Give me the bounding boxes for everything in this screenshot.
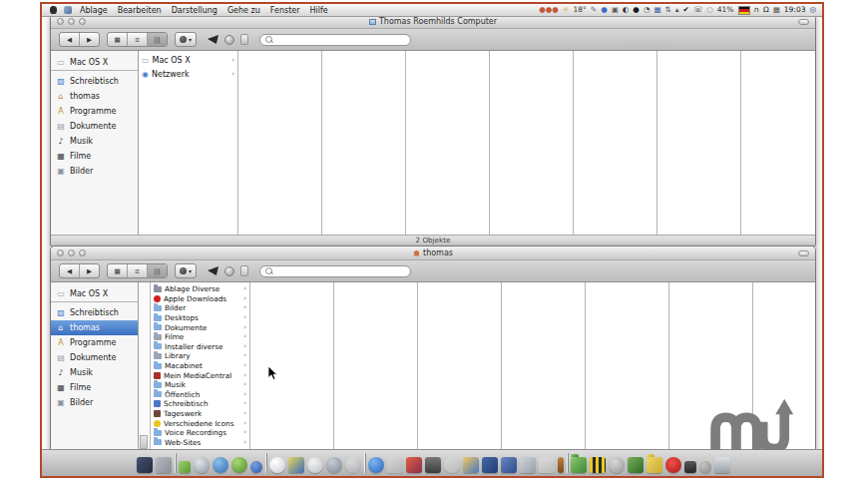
search-field[interactable] — [259, 265, 411, 277]
idisk-toolbar-icon[interactable] — [224, 266, 234, 276]
empty-column[interactable] — [322, 51, 406, 235]
column-list-item[interactable]: ▭ Mac OS X — [139, 53, 237, 67]
column-list-item[interactable]: Dokumente — [151, 322, 249, 332]
empty-column[interactable] — [334, 282, 418, 451]
app-icon[interactable] — [194, 457, 210, 473]
close-button[interactable] — [57, 249, 64, 256]
minimize-button[interactable] — [68, 249, 75, 256]
app-icon[interactable] — [628, 457, 644, 473]
action-button[interactable]: ▾ — [175, 32, 197, 47]
weather-icon[interactable]: ☼ — [563, 4, 570, 16]
pencil-icon[interactable]: ✎ — [591, 4, 597, 16]
column-list-item[interactable]: Desktops — [151, 313, 249, 323]
app-icon[interactable] — [558, 457, 564, 473]
sidebar-scrollbar[interactable] — [139, 282, 151, 451]
menubar-menu[interactable]: Fenster — [270, 6, 300, 15]
column-list-item[interactable]: Installer diverse — [151, 342, 249, 352]
column-list-item[interactable]: ◉ Netzwerk — [139, 67, 237, 81]
app-icon[interactable] — [425, 457, 441, 473]
german-flag-icon[interactable] — [738, 6, 750, 15]
app-icon[interactable] — [501, 457, 517, 473]
battery-percent[interactable]: 41% — [717, 4, 734, 16]
zoom-button[interactable] — [79, 18, 86, 25]
icon-view-button[interactable]: ▦ — [108, 264, 128, 277]
menubar-menu[interactable]: Ablage — [80, 6, 108, 15]
dock-divider[interactable] — [175, 453, 176, 473]
idisk-toolbar-icon[interactable] — [224, 35, 234, 45]
empty-column[interactable] — [490, 51, 574, 235]
column-list-item[interactable]: Tageswerk — [151, 409, 249, 419]
blue-dot-icon[interactable]: ● — [601, 4, 608, 16]
column-list-item[interactable]: Library — [151, 351, 249, 361]
empty-column[interactable] — [657, 51, 741, 235]
app-icon[interactable] — [482, 457, 498, 473]
toolbar-toggle-button[interactable] — [798, 250, 809, 256]
dock-divider[interactable] — [265, 453, 266, 473]
app-icon[interactable] — [250, 461, 262, 473]
sidebar-item[interactable]: ▭ Mac OS X — [51, 54, 138, 71]
sidebar-item[interactable]: ⌂ thomas — [51, 89, 138, 104]
app-icon[interactable] — [406, 457, 422, 473]
sidebar-item[interactable]: ▣ Bilder — [51, 395, 138, 410]
sidebar-item[interactable]: ▣ Bilder — [51, 164, 138, 179]
column-list-item[interactable]: Schreibtisch — [151, 399, 249, 409]
app-icon[interactable] — [590, 457, 606, 473]
finder-icon[interactable] — [137, 457, 153, 473]
black-dot-icon[interactable]: ● — [633, 4, 640, 16]
sidebar-item[interactable]: ▨ Schreibtisch — [51, 74, 138, 89]
column-list-item[interactable]: Apple Downloads — [151, 294, 249, 304]
headphones-icon[interactable]: ∩ — [754, 4, 760, 16]
sidebar-item[interactable]: ♪ Musik — [51, 365, 138, 380]
app-icon[interactable] — [699, 461, 711, 473]
folder-icon[interactable] — [647, 457, 662, 473]
dock-divider[interactable] — [567, 453, 568, 473]
list-view-button[interactable]: ≡ — [128, 264, 148, 277]
app-icon[interactable] — [444, 457, 460, 473]
empty-column[interactable] — [586, 282, 669, 451]
app-icon[interactable] — [345, 457, 361, 473]
app-icon[interactable] — [684, 461, 696, 473]
empty-column[interactable] — [406, 51, 490, 235]
app-icon[interactable] — [307, 457, 323, 473]
omega-icon[interactable]: Ω — [763, 4, 769, 16]
column-view-button[interactable]: ||| — [148, 33, 167, 46]
forward-button[interactable]: ▶ — [80, 33, 99, 46]
window2-titlebar[interactable]: thomas — [51, 246, 815, 260]
spotlight-icon[interactable]: ◎ — [809, 4, 816, 16]
empty-column[interactable] — [574, 51, 657, 235]
menubar-menu[interactable]: Hilfe — [310, 6, 328, 15]
folder-icon[interactable] — [571, 457, 587, 473]
search-field[interactable] — [259, 34, 411, 46]
ipod-toolbar-icon[interactable] — [240, 34, 248, 45]
sidebar-item[interactable]: ▤ Dokumente — [51, 119, 138, 134]
back-button[interactable]: ◀ — [60, 264, 80, 277]
sidebar-item[interactable]: ▤ Dokumente — [51, 350, 138, 365]
window2-column-1[interactable]: Ablage Diverse Apple Downloads Bilder — [151, 282, 250, 451]
sidebar-item[interactable]: ♪ Musik — [51, 134, 138, 149]
sidebar-item[interactable]: ⌂ thomas — [51, 320, 138, 335]
column-list-item[interactable]: Musik — [151, 380, 249, 390]
close-button[interactable] — [57, 18, 64, 25]
forward-button[interactable]: ▶ — [80, 264, 99, 277]
menubar-menu[interactable]: Gehe zu — [227, 6, 260, 15]
temperature-reading[interactable]: 18° — [574, 4, 587, 16]
column-list-item[interactable]: Öffentlich — [151, 390, 249, 400]
phone-icon[interactable]: ☏ — [693, 4, 702, 16]
empty-column[interactable] — [502, 282, 586, 451]
app-icon[interactable] — [539, 457, 555, 473]
empty-column[interactable] — [238, 51, 322, 235]
column-view-button[interactable]: ||| — [148, 264, 167, 277]
column-list-item[interactable]: Bilder — [151, 303, 249, 313]
apple-menu-icon[interactable] — [50, 6, 57, 14]
eject-icon[interactable]: ▴ — [675, 4, 679, 16]
empty-column[interactable] — [418, 282, 502, 451]
browser-icon[interactable] — [213, 457, 228, 473]
menubar-menu[interactable]: Bearbeiten — [118, 6, 162, 15]
column-list-item[interactable]: Voice Recordings — [151, 428, 249, 438]
icon-view-button[interactable]: ▦ — [108, 33, 128, 46]
sidebar-item[interactable]: A Programme — [51, 335, 138, 350]
empty-column[interactable] — [741, 51, 815, 235]
list-view-button[interactable]: ≡ — [128, 33, 148, 46]
half-moon-icon[interactable]: ◐ — [623, 4, 630, 16]
column-list-item[interactable]: Mein MediaCentral — [151, 370, 249, 380]
